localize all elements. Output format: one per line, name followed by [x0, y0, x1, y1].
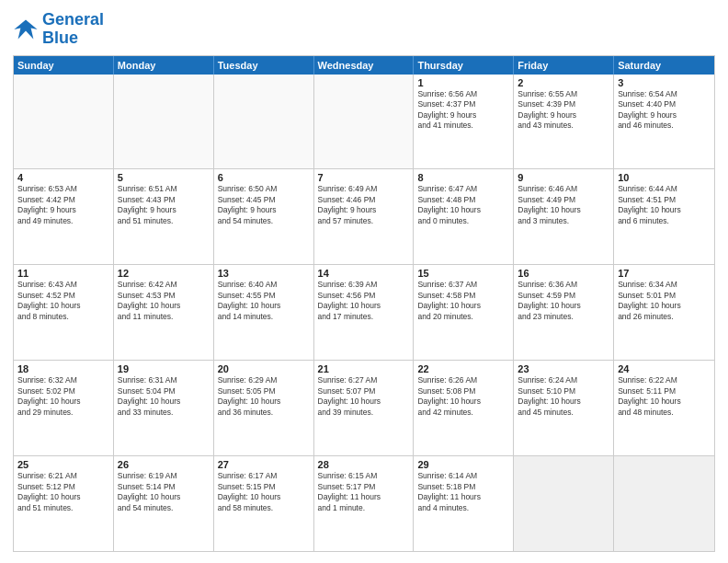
calendar-row-0: 1Sunrise: 6:56 AM Sunset: 4:37 PM Daylig…	[14, 75, 714, 170]
calendar: SundayMondayTuesdayWednesdayThursdayFrid…	[13, 55, 715, 552]
day-info: Sunrise: 6:42 AM Sunset: 4:53 PM Dayligh…	[118, 280, 210, 322]
calendar-row-2: 11Sunrise: 6:43 AM Sunset: 4:52 PM Dayli…	[14, 265, 714, 361]
day-info: Sunrise: 6:26 AM Sunset: 5:08 PM Dayligh…	[417, 375, 509, 418]
day-number: 3	[618, 77, 711, 88]
day-info: Sunrise: 6:24 AM Sunset: 5:10 PM Dayligh…	[518, 375, 609, 418]
day-number: 25	[17, 459, 109, 470]
day-number: 10	[618, 172, 711, 183]
calendar-cell-26: 26Sunrise: 6:19 AM Sunset: 5:14 PM Dayli…	[114, 456, 214, 551]
day-info: Sunrise: 6:56 AM Sunset: 4:37 PM Dayligh…	[417, 89, 509, 132]
day-info: Sunrise: 6:39 AM Sunset: 4:56 PM Dayligh…	[318, 280, 410, 322]
day-number: 19	[118, 363, 210, 374]
calendar-cell-empty-4-6	[614, 456, 714, 551]
day-number: 20	[218, 363, 310, 374]
day-info: Sunrise: 6:31 AM Sunset: 5:04 PM Dayligh…	[118, 375, 210, 418]
weekday-header-wednesday: Wednesday	[314, 56, 415, 75]
calendar-row-1: 4Sunrise: 6:53 AM Sunset: 4:42 PM Daylig…	[14, 169, 714, 265]
calendar-cell-24: 24Sunrise: 6:22 AM Sunset: 5:11 PM Dayli…	[614, 361, 714, 455]
day-info: Sunrise: 6:51 AM Sunset: 4:43 PM Dayligh…	[118, 184, 210, 226]
day-info: Sunrise: 6:40 AM Sunset: 4:55 PM Dayligh…	[218, 280, 310, 322]
calendar-cell-empty-0-0	[14, 75, 114, 169]
calendar-row-4: 25Sunrise: 6:21 AM Sunset: 5:12 PM Dayli…	[14, 456, 714, 551]
day-number: 22	[417, 363, 509, 374]
header: General Blue	[13, 11, 715, 48]
day-number: 26	[118, 459, 210, 470]
weekday-header-thursday: Thursday	[414, 56, 514, 75]
calendar-cell-15: 15Sunrise: 6:37 AM Sunset: 4:58 PM Dayli…	[414, 265, 514, 360]
day-info: Sunrise: 6:15 AM Sunset: 5:17 PM Dayligh…	[318, 471, 410, 513]
day-number: 12	[118, 268, 210, 279]
calendar-cell-empty-4-5	[514, 456, 614, 551]
calendar-row-3: 18Sunrise: 6:32 AM Sunset: 5:02 PM Dayli…	[14, 361, 714, 456]
calendar-cell-19: 19Sunrise: 6:31 AM Sunset: 5:04 PM Dayli…	[114, 361, 214, 455]
day-number: 24	[618, 363, 711, 374]
calendar-cell-29: 29Sunrise: 6:14 AM Sunset: 5:18 PM Dayli…	[414, 456, 514, 551]
day-number: 16	[518, 268, 609, 279]
calendar-cell-11: 11Sunrise: 6:43 AM Sunset: 4:52 PM Dayli…	[14, 265, 114, 360]
calendar-cell-16: 16Sunrise: 6:36 AM Sunset: 4:59 PM Dayli…	[514, 265, 614, 360]
calendar-cell-empty-0-3	[314, 75, 415, 169]
day-info: Sunrise: 6:46 AM Sunset: 4:49 PM Dayligh…	[518, 184, 609, 226]
calendar-cell-13: 13Sunrise: 6:40 AM Sunset: 4:55 PM Dayli…	[214, 265, 314, 360]
day-info: Sunrise: 6:54 AM Sunset: 4:40 PM Dayligh…	[618, 89, 711, 132]
day-number: 13	[218, 268, 310, 279]
calendar-cell-2: 2Sunrise: 6:55 AM Sunset: 4:39 PM Daylig…	[514, 75, 614, 169]
day-info: Sunrise: 6:37 AM Sunset: 4:58 PM Dayligh…	[417, 280, 509, 322]
calendar-cell-12: 12Sunrise: 6:42 AM Sunset: 4:53 PM Dayli…	[114, 265, 214, 360]
day-number: 21	[318, 363, 410, 374]
day-info: Sunrise: 6:43 AM Sunset: 4:52 PM Dayligh…	[17, 280, 109, 322]
calendar-cell-3: 3Sunrise: 6:54 AM Sunset: 4:40 PM Daylig…	[614, 75, 714, 169]
svg-marker-0	[14, 19, 37, 39]
day-info: Sunrise: 6:32 AM Sunset: 5:02 PM Dayligh…	[17, 375, 109, 418]
weekday-header-tuesday: Tuesday	[214, 56, 314, 75]
day-info: Sunrise: 6:47 AM Sunset: 4:48 PM Dayligh…	[417, 184, 509, 226]
day-number: 5	[118, 172, 210, 183]
day-info: Sunrise: 6:44 AM Sunset: 4:51 PM Dayligh…	[618, 184, 711, 226]
calendar-cell-7: 7Sunrise: 6:49 AM Sunset: 4:46 PM Daylig…	[314, 169, 415, 264]
logo-icon	[13, 17, 39, 42]
calendar-cell-17: 17Sunrise: 6:34 AM Sunset: 5:01 PM Dayli…	[614, 265, 714, 360]
day-number: 15	[417, 268, 509, 279]
day-info: Sunrise: 6:22 AM Sunset: 5:11 PM Dayligh…	[618, 375, 711, 418]
calendar-cell-1: 1Sunrise: 6:56 AM Sunset: 4:37 PM Daylig…	[414, 75, 514, 169]
calendar-cell-empty-0-2	[214, 75, 314, 169]
day-number: 11	[17, 268, 109, 279]
calendar-cell-6: 6Sunrise: 6:50 AM Sunset: 4:45 PM Daylig…	[214, 169, 314, 264]
day-info: Sunrise: 6:55 AM Sunset: 4:39 PM Dayligh…	[518, 89, 609, 132]
calendar-cell-10: 10Sunrise: 6:44 AM Sunset: 4:51 PM Dayli…	[614, 169, 714, 264]
page: General Blue SundayMondayTuesdayWednesda…	[0, 0, 728, 563]
weekday-header-monday: Monday	[114, 56, 214, 75]
day-info: Sunrise: 6:14 AM Sunset: 5:18 PM Dayligh…	[417, 471, 509, 513]
weekday-header-sunday: Sunday	[14, 56, 114, 75]
day-number: 28	[318, 459, 410, 470]
calendar-cell-25: 25Sunrise: 6:21 AM Sunset: 5:12 PM Dayli…	[14, 456, 114, 551]
day-info: Sunrise: 6:21 AM Sunset: 5:12 PM Dayligh…	[17, 471, 109, 513]
day-info: Sunrise: 6:53 AM Sunset: 4:42 PM Dayligh…	[17, 184, 109, 226]
calendar-cell-21: 21Sunrise: 6:27 AM Sunset: 5:07 PM Dayli…	[314, 361, 415, 455]
day-info: Sunrise: 6:36 AM Sunset: 4:59 PM Dayligh…	[518, 280, 609, 322]
calendar-header: SundayMondayTuesdayWednesdayThursdayFrid…	[14, 56, 714, 75]
logo-text-general: General	[42, 11, 104, 29]
day-number: 27	[218, 459, 310, 470]
day-info: Sunrise: 6:19 AM Sunset: 5:14 PM Dayligh…	[118, 471, 210, 513]
day-number: 14	[318, 268, 410, 279]
calendar-cell-27: 27Sunrise: 6:17 AM Sunset: 5:15 PM Dayli…	[214, 456, 314, 551]
day-number: 29	[417, 459, 509, 470]
day-number: 2	[518, 77, 609, 88]
calendar-cell-28: 28Sunrise: 6:15 AM Sunset: 5:17 PM Dayli…	[314, 456, 415, 551]
calendar-cell-18: 18Sunrise: 6:32 AM Sunset: 5:02 PM Dayli…	[14, 361, 114, 455]
day-number: 9	[518, 172, 609, 183]
day-info: Sunrise: 6:49 AM Sunset: 4:46 PM Dayligh…	[318, 184, 410, 226]
calendar-cell-22: 22Sunrise: 6:26 AM Sunset: 5:08 PM Dayli…	[414, 361, 514, 455]
calendar-cell-14: 14Sunrise: 6:39 AM Sunset: 4:56 PM Dayli…	[314, 265, 415, 360]
day-number: 8	[417, 172, 509, 183]
day-number: 23	[518, 363, 609, 374]
day-info: Sunrise: 6:34 AM Sunset: 5:01 PM Dayligh…	[618, 280, 711, 322]
calendar-cell-4: 4Sunrise: 6:53 AM Sunset: 4:42 PM Daylig…	[14, 169, 114, 264]
calendar-body: 1Sunrise: 6:56 AM Sunset: 4:37 PM Daylig…	[14, 75, 714, 551]
logo-text-blue: Blue	[42, 29, 104, 48]
day-number: 17	[618, 268, 711, 279]
calendar-cell-8: 8Sunrise: 6:47 AM Sunset: 4:48 PM Daylig…	[414, 169, 514, 264]
day-info: Sunrise: 6:29 AM Sunset: 5:05 PM Dayligh…	[218, 375, 310, 418]
calendar-cell-9: 9Sunrise: 6:46 AM Sunset: 4:49 PM Daylig…	[514, 169, 614, 264]
